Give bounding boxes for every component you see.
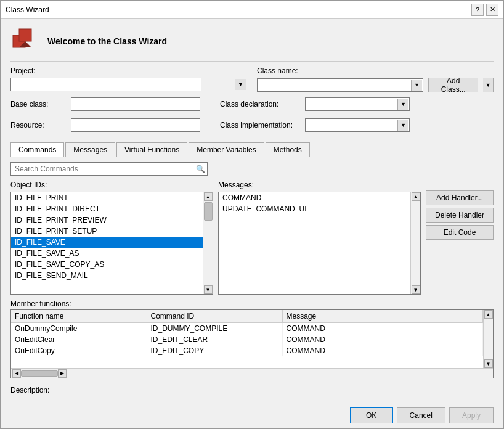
list-item[interactable]: UPDATE_COMMAND_UI [219,203,410,214]
member-table-with-scroll: Function name Command ID Message OnDummy… [11,310,493,368]
messages-list: COMMAND UPDATE_COMMAND_UI [219,192,410,294]
close-button[interactable]: ✕ [486,4,498,16]
tab-virtual-functions[interactable]: Virtual Functions [116,142,187,157]
header-title: Welcome to the Class Wizard [47,36,167,46]
wizard-icon [10,27,40,56]
scroll-down-arrow[interactable]: ▼ [484,359,493,368]
class-name-row: CFileView ▼ Add Class... ▼ [257,78,494,92]
scroll-down-arrow[interactable]: ▼ [204,285,213,294]
list-item[interactable]: ID_FILE_PRINT_SETUP [11,226,203,237]
scroll-up-arrow[interactable]: ▲ [412,192,420,201]
title-bar-text: Class Wizard [6,6,49,14]
project-label: Project: [10,67,247,75]
tab-commands[interactable]: Commands [10,142,64,157]
list-item[interactable]: ID_FILE_SAVE_COPY_AS [11,259,203,270]
resource-label: Resource: [10,121,66,129]
object-ids-label: Object IDs: [10,181,213,189]
messages-panel: Messages: COMMAND UPDATE_COMMAND_UI ▲ ▼ [218,181,421,295]
class-name-label: Class name: [257,67,494,75]
base-class-input[interactable]: CDockablePane [71,97,200,111]
header-section: Welcome to the Class Wizard [10,27,494,62]
edit-code-button[interactable]: Edit Code [426,225,494,240]
member-functions-section: Member functions: Function name Command … [10,300,494,378]
title-bar: Class Wizard ? ✕ [1,1,503,19]
class-decl-input[interactable]: FileView.h [305,97,410,111]
class-impl-input[interactable]: FileView.cpp [305,118,410,132]
class-impl-combo-wrapper: FileView.cpp ▼ [305,118,410,132]
col-message: Message [282,310,483,323]
add-class-split-button[interactable]: ▼ [483,78,494,92]
add-handler-button[interactable]: Add Handler... [426,190,494,205]
object-ids-scrollbar: ▲ ▼ [203,192,213,294]
delete-handler-button[interactable]: Delete Handler [426,208,494,223]
list-item[interactable]: COMMAND [219,192,410,203]
base-decl-row: Base class: CDockablePane Class declarat… [10,97,494,111]
object-ids-panel: Object IDs: ID_FILE_PRINT ID_FILE_PRINT_… [10,181,213,295]
table-row[interactable]: OnDummyCompile ID_DUMMY_COMPILE COMMAND [11,323,483,335]
tab-member-variables[interactable]: Member Variables [189,142,264,157]
list-item[interactable]: ID_FILE_PRINT [11,192,203,203]
scroll-left-arrow[interactable]: ◀ [12,369,21,378]
scroll-thumb[interactable] [204,202,213,221]
description-label: Description: [10,386,49,394]
cancel-button[interactable]: Cancel [397,407,445,423]
scroll-down-arrow[interactable]: ▼ [412,285,420,294]
cmd-id: ID_DUMMY_COMPILE [147,323,282,335]
ok-button[interactable]: OK [350,407,393,423]
func-name: OnEditClear [11,334,147,345]
messages-scrollbar: ▲ ▼ [410,192,420,294]
func-name: OnDummyCompile [11,323,147,335]
class-impl-label: Class implementation: [220,121,300,129]
list-item[interactable]: ID_FILE_PRINT_DIRECT [11,203,203,214]
member-table-vscroll: ▲ ▼ [483,310,493,368]
search-row: 🔍 [10,162,494,176]
col-function-name: Function name [11,310,147,323]
member-functions-label: Member functions: [10,300,494,308]
title-bar-left: Class Wizard [6,6,49,14]
cmd-id: ID_EDIT_CLEAR [147,334,282,345]
apply-button[interactable]: Apply [449,407,494,423]
msg: COMMAND [282,345,483,356]
project-input[interactable]: MFCApplication8 [10,78,201,91]
two-panel-area: Object IDs: ID_FILE_PRINT ID_FILE_PRINT_… [10,181,494,295]
base-class-label: Base class: [10,100,66,108]
member-table-hscroll: ◀ ▶ [11,368,493,378]
member-table: Function name Command ID Message OnDummy… [11,310,483,356]
project-dropdown-arrow[interactable]: ▼ [235,79,246,90]
help-button[interactable]: ? [471,4,484,16]
main-content: Welcome to the Class Wizard Project: MFC… [1,19,503,402]
title-bar-controls: ? ✕ [471,4,498,16]
svg-rect-1 [19,29,31,41]
project-combo-wrapper: MFCApplication8 ▼ [10,78,247,91]
messages-list-container: COMMAND UPDATE_COMMAND_UI ▲ ▼ [218,192,421,295]
member-table-scroll[interactable]: Function name Command ID Message OnDummy… [11,310,483,368]
msg: COMMAND [282,323,483,335]
class-wizard-window: Class Wizard ? ✕ Welcome to the Class Wi… [0,0,504,429]
add-class-button[interactable]: Add Class... [428,78,478,92]
tabs-bar: Commands Messages Virtual Functions Memb… [10,142,494,157]
scroll-up-arrow[interactable]: ▲ [484,310,493,319]
class-decl-combo-wrapper: FileView.h ▼ [305,97,410,111]
class-name-combo-wrapper: CFileView ▼ [257,78,423,92]
list-item[interactable]: ID_FILE_SAVE_AS [11,248,203,259]
table-row[interactable]: OnEditClear ID_EDIT_CLEAR COMMAND [11,334,483,345]
tab-content: 🔍 Object IDs: ID_FILE_PRINT ID_FILE_PRIN… [10,162,494,394]
table-row[interactable]: OnEditCopy ID_EDIT_COPY COMMAND [11,345,483,356]
scroll-up-arrow[interactable]: ▲ [204,192,213,201]
list-item[interactable]: ID_FILE_SEND_MAIL [11,270,203,281]
scroll-right-arrow[interactable]: ▶ [58,369,67,378]
cmd-id: ID_EDIT_COPY [147,345,282,356]
list-item[interactable]: ID_FILE_PRINT_PREVIEW [11,214,203,226]
class-col: Class name: CFileView ▼ Add Class... ▼ [257,67,494,92]
tab-messages[interactable]: Messages [65,142,115,157]
tab-methods[interactable]: Methods [266,142,310,157]
class-name-input[interactable]: CFileView [257,78,423,92]
member-table-wrapper: Function name Command ID Message OnDummy… [10,309,494,378]
search-wrapper: 🔍 [10,162,208,176]
resource-input[interactable] [71,118,200,132]
search-commands-input[interactable] [10,162,208,176]
object-ids-list: ID_FILE_PRINT ID_FILE_PRINT_DIRECT ID_FI… [11,192,203,294]
hscroll-thumb[interactable] [21,370,58,377]
list-item-selected[interactable]: ID_FILE_SAVE [11,237,203,248]
class-decl-label: Class declaration: [220,100,300,108]
